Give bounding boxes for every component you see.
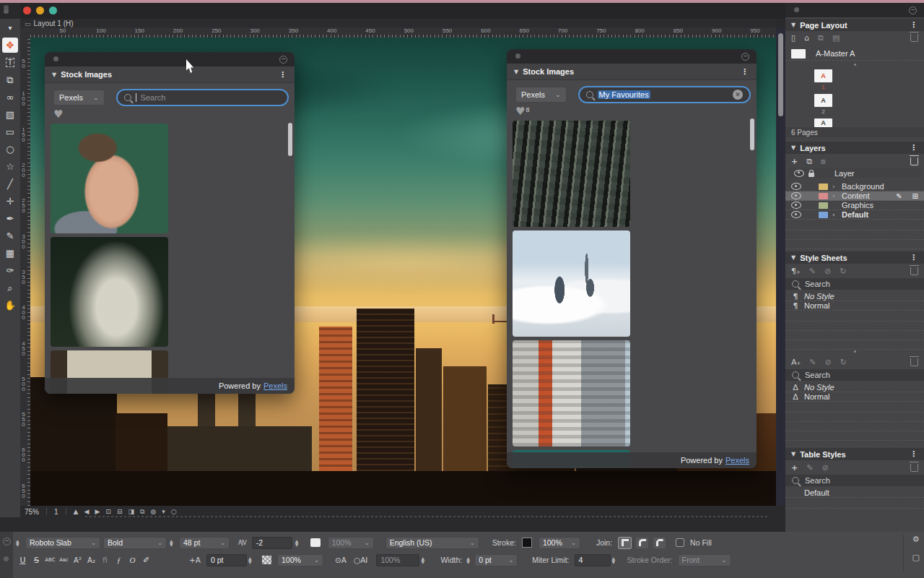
edit-style-icon[interactable]: ✎ <box>809 358 816 367</box>
master-page-row[interactable]: A-Master A <box>785 47 924 61</box>
add-character-style-icon[interactable]: A₊ <box>791 358 801 367</box>
colour-picker-tool[interactable]: ✑ <box>2 263 18 278</box>
panel-header[interactable]: ▼ Stock Images ⋮ <box>45 66 295 83</box>
background-opacity-dropdown[interactable]: 100% ⌄ <box>277 554 323 566</box>
edit-style-icon[interactable]: ✎ <box>809 267 816 276</box>
stock-image-apartment[interactable] <box>513 340 630 447</box>
favourites-heart-icon[interactable]: ♥ <box>53 109 63 119</box>
page-thumbnail[interactable]: A <box>814 94 832 107</box>
stroke-order-dropdown[interactable]: Front ⌄ <box>678 554 731 566</box>
delete-style-icon[interactable] <box>910 267 918 275</box>
panel-menu-icon[interactable]: ⋮ <box>279 70 287 79</box>
group-layer-icon[interactable]: ⧇ <box>821 157 826 166</box>
panel-menu-icon[interactable]: ⋮ <box>910 449 918 459</box>
rectangle-tool[interactable]: ▭ <box>2 124 18 139</box>
font-stepper[interactable]: ▲▼ <box>16 539 22 546</box>
layer-row-content[interactable]: › Content ✎ ⊞ <box>785 191 924 201</box>
window-controls[interactable] <box>23 7 57 14</box>
pexels-link[interactable]: Pexels <box>725 456 749 465</box>
disclosure-triangle-icon[interactable]: ▼ <box>514 69 518 75</box>
detach-style-icon[interactable]: ⊘ <box>825 358 832 367</box>
ellipse-tool[interactable]: ○ <box>2 142 18 157</box>
text-frame-tool[interactable]: T <box>2 55 18 70</box>
stock-image-veil[interactable] <box>51 237 168 347</box>
duplicate-layer-icon[interactable]: ⧉ <box>806 157 812 166</box>
edit-style-icon[interactable]: ✎ <box>806 463 813 473</box>
stock-search-input[interactable]: Search <box>116 89 289 106</box>
zoom-window-button[interactable] <box>49 7 57 14</box>
paragraph-style-search[interactable]: Search <box>785 278 924 290</box>
delete-style-icon[interactable] <box>910 464 918 472</box>
add-paragraph-style-icon[interactable]: ¶₊ <box>791 267 801 276</box>
provider-dropdown[interactable]: Pexels ⌄ <box>515 87 567 103</box>
fill-opacity-dropdown[interactable]: 100% ⌄ <box>328 537 374 549</box>
add-table-style-icon[interactable]: + <box>791 463 798 473</box>
stroke-width-dropdown[interactable]: 0 pt ⌄ <box>474 554 518 566</box>
statusbar-icon[interactable]: ⊟ <box>117 508 123 516</box>
join-bevel-button[interactable] <box>653 538 666 548</box>
layer-row-background[interactable]: › Background <box>785 182 924 191</box>
stock-image-city-aerial[interactable] <box>513 121 630 227</box>
page-item-3[interactable]: A <box>814 118 832 127</box>
text-effect-button[interactable]: O <box>126 556 139 564</box>
delete-style-icon[interactable] <box>910 358 918 366</box>
pen-tool[interactable]: ✒ <box>2 211 18 226</box>
character-style-no-style[interactable]: Δ No Style <box>785 383 924 392</box>
page-number-field[interactable]: 1 <box>54 508 58 516</box>
panel-header[interactable]: ▼ Stock Images ⋮ <box>507 64 757 80</box>
stroke-opacity-dropdown[interactable]: 100% ⌄ <box>539 537 580 549</box>
table-style-default[interactable]: Default <box>785 488 924 498</box>
line-tool[interactable]: ╱ <box>2 176 18 191</box>
statusbar-icon[interactable]: ▶ <box>95 508 100 516</box>
paragraph-style-no-style[interactable]: ¶ No Style <box>785 292 924 301</box>
stock-image-portrait[interactable] <box>51 124 168 233</box>
style-sheets-header[interactable]: ▼ Style Sheets ⋮ <box>785 251 924 264</box>
sidebar-titlebar[interactable]: − <box>785 3 924 17</box>
text-background-swatch[interactable] <box>262 556 271 564</box>
stock-image-city-clouds[interactable] <box>513 230 630 337</box>
text-effect-button[interactable]: Aʙᴄ <box>57 557 71 563</box>
statusbar-icon[interactable]: ◍ <box>150 508 156 516</box>
miter-limit-field[interactable]: 4 <box>575 554 611 566</box>
zoom-tool[interactable]: ⌕ <box>2 280 18 296</box>
duplicate-page-icon[interactable]: ⧉ <box>818 33 824 43</box>
join-round-button[interactable] <box>636 538 648 548</box>
text-effect-button[interactable]: ✐ <box>139 556 153 565</box>
disclosure-triangle-icon[interactable]: ▼ <box>52 72 56 78</box>
panel-titlebar[interactable]: − <box>507 49 757 64</box>
character-style-normal[interactable]: Δ Normal <box>785 392 924 402</box>
no-fill-checkbox[interactable] <box>676 538 684 547</box>
node-tool[interactable]: ✛ <box>2 194 18 209</box>
pexels-link[interactable]: Pexels <box>263 381 287 390</box>
statusbar-icon[interactable]: ▲ <box>74 508 79 516</box>
panel-menu-icon[interactable]: ⋮ <box>910 253 918 262</box>
font-size-dropdown[interactable]: 48 pt ⌄ <box>179 537 230 549</box>
stroke-colour-swatch[interactable] <box>522 538 532 548</box>
panel-scrollbar-thumb[interactable] <box>750 118 754 150</box>
text-effect-button[interactable]: U <box>16 556 30 565</box>
paragraph-style-normal[interactable]: ¶ Normal <box>785 301 924 311</box>
layer-row-graphics[interactable]: Graphics <box>785 201 924 210</box>
collapse-panel-icon[interactable]: − <box>741 53 749 61</box>
view-pan-tool[interactable]: ✋ <box>2 298 18 313</box>
add-master-icon[interactable]: ⌂ <box>804 33 809 43</box>
close-window-button[interactable] <box>23 7 31 14</box>
clear-search-icon[interactable]: ✕ <box>733 90 743 100</box>
table-tool[interactable]: ▦ <box>2 246 18 261</box>
statusbar-icon[interactable]: ◨ <box>128 508 134 516</box>
toolbar-settings-icon[interactable]: ⚙ <box>912 535 920 544</box>
visibility-eye-icon[interactable] <box>791 202 801 209</box>
picture-frame-tool[interactable]: ▧ <box>2 107 18 122</box>
add-layer-icon[interactable]: + <box>791 157 798 166</box>
collapse-panel-icon[interactable]: − <box>909 7 917 14</box>
text-effect-button[interactable]: ABC <box>43 557 57 563</box>
panel-menu-icon[interactable]: ⋮ <box>910 20 918 30</box>
font-family-dropdown[interactable]: Roboto Slab ⌄ <box>25 537 100 549</box>
visibility-eye-icon[interactable] <box>791 192 801 199</box>
layer-row-default[interactable]: › Default <box>785 210 924 220</box>
table-styles-header[interactable]: ▼ Table Styles ⋮ <box>785 448 924 460</box>
character-style-search[interactable]: Search <box>785 369 924 381</box>
panel-menu-icon[interactable]: ⋮ <box>741 67 749 77</box>
frame-link-tool[interactable]: ⧉ <box>2 72 18 87</box>
statusbar-icon[interactable]: ○ <box>171 508 177 516</box>
